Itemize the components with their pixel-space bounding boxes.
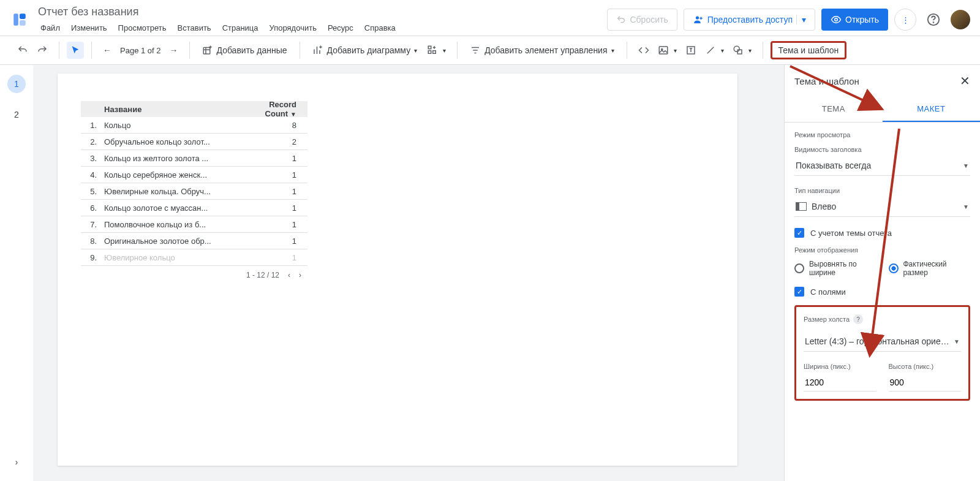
- label-height: Высота (пикс.): [889, 363, 962, 370]
- select-header-visibility[interactable]: Показывать всегда ▼: [794, 157, 970, 176]
- table-header: Название Record Count▼: [81, 101, 307, 117]
- add-data-button[interactable]: Добавить данные: [197, 41, 292, 59]
- label-nav-type: Тип навигации: [794, 187, 970, 194]
- checkbox-margins[interactable]: ✓ С полями: [794, 287, 970, 297]
- grid-plus-icon: [427, 45, 438, 56]
- svg-rect-1: [20, 13, 26, 19]
- table-row[interactable]: 2.Обручальное кольцо золот...2: [81, 134, 307, 150]
- select-tool-button[interactable]: [67, 42, 84, 59]
- reset-button[interactable]: Сбросить: [607, 9, 677, 31]
- page-thumb-2[interactable]: 2: [7, 105, 26, 124]
- table-row[interactable]: 3.Кольцо из желтого золота ...1: [81, 150, 307, 167]
- menu-edit[interactable]: Изменить: [66, 21, 112, 35]
- document-title[interactable]: Отчет без названия: [36, 4, 607, 20]
- chevron-down-icon: ▾: [414, 47, 417, 54]
- add-chart-label: Добавить диаграмму: [327, 45, 411, 55]
- chevron-down-icon: ▼: [954, 338, 960, 345]
- section-view-mode: Режим просмотра: [794, 131, 970, 138]
- add-control-button[interactable]: Добавить элемент управления ▾: [465, 41, 619, 59]
- sort-desc-icon: ▼: [290, 111, 296, 118]
- line-button[interactable]: ▾: [701, 41, 728, 59]
- toolbar: ← Page 1 of 2 → Добавить данные Добавить…: [0, 36, 980, 65]
- table-chart[interactable]: Название Record Count▼ 1.Кольцо82.Обруча…: [81, 101, 307, 279]
- community-viz-button[interactable]: ▾: [423, 41, 450, 59]
- menu-resource[interactable]: Ресурс: [323, 21, 358, 35]
- menu-bar: Файл Изменить Просмотреть Вставить Стран…: [36, 21, 607, 35]
- table-row[interactable]: 9.Ювелирное кольцо1: [81, 249, 307, 266]
- svg-rect-11: [659, 47, 668, 54]
- svg-rect-9: [428, 51, 431, 54]
- table-row[interactable]: 1.Кольцо8: [81, 117, 307, 134]
- more-options-button[interactable]: ⋮: [894, 9, 916, 31]
- tab-theme[interactable]: ТЕМА: [785, 97, 883, 122]
- user-avatar[interactable]: [951, 10, 970, 29]
- text-button[interactable]: [682, 41, 700, 59]
- input-width[interactable]: [804, 374, 876, 392]
- redo-button[interactable]: [33, 41, 51, 59]
- select-nav-type[interactable]: Влево ▼: [794, 198, 970, 217]
- help-button[interactable]: [922, 9, 944, 31]
- workspace: 1 2 › Название Record Count▼ 1.Кольцо82.…: [0, 65, 980, 481]
- page-indicator: Page 1 of 2: [116, 46, 165, 55]
- reset-label: Сбросить: [630, 15, 668, 25]
- menu-arrange[interactable]: Упорядочить: [265, 21, 322, 35]
- chevron-right-icon: →: [170, 45, 178, 55]
- undo-icon: [17, 45, 28, 56]
- next-page-button[interactable]: →: [166, 42, 182, 59]
- shape-button[interactable]: ▾: [729, 41, 755, 59]
- table-row[interactable]: 8.Оригинальное золотое обр...1: [81, 233, 307, 249]
- url-embed-button[interactable]: [635, 41, 653, 59]
- radio-checked-icon: [889, 263, 899, 273]
- checkbox-theme[interactable]: ✓ С учетом темы отчета: [794, 228, 970, 238]
- col-count[interactable]: Record Count▼: [246, 100, 307, 118]
- chevron-down-icon: ▼: [963, 162, 969, 169]
- open-label: Открыть: [845, 15, 879, 25]
- open-button[interactable]: Открыть: [821, 9, 888, 31]
- pager-next-icon[interactable]: ›: [299, 271, 301, 279]
- radio-actual-size[interactable]: Фактический размер: [889, 260, 971, 277]
- table-row[interactable]: 5.Ювелирные кольца. Обруч...1: [81, 183, 307, 200]
- report-canvas[interactable]: Название Record Count▼ 1.Кольцо82.Обруча…: [58, 74, 737, 466]
- chevron-down-icon: ▾: [611, 47, 614, 54]
- share-dropdown-icon[interactable]: ▾: [796, 15, 811, 25]
- table-row[interactable]: 4.Кольцо серебряное женск...1: [81, 167, 307, 183]
- pager-prev-icon[interactable]: ‹: [288, 271, 290, 279]
- page-thumb-1[interactable]: 1: [7, 75, 26, 93]
- menu-insert[interactable]: Вставить: [173, 21, 216, 35]
- app-logo-icon: [10, 10, 29, 29]
- canvas-area[interactable]: Название Record Count▼ 1.Кольцо82.Обруча…: [33, 65, 784, 481]
- undo-button[interactable]: [13, 41, 32, 59]
- label-canvas-size: Размер холста: [804, 316, 850, 323]
- svg-rect-0: [13, 13, 18, 26]
- menu-help[interactable]: Справка: [360, 21, 401, 35]
- theme-layout-label: Тема и шаблон: [778, 45, 839, 55]
- page-nav-expand[interactable]: ›: [7, 453, 26, 471]
- add-chart-button[interactable]: Добавить диаграмму ▾: [307, 41, 423, 59]
- table-row[interactable]: 7.Помолвочное кольцо из б...1: [81, 216, 307, 233]
- share-button[interactable]: Предоставить доступ ▾: [684, 9, 815, 31]
- theme-layout-panel: Тема и шаблон ✕ ТЕМА МАКЕТ Режим просмот…: [784, 65, 980, 481]
- help-icon[interactable]: ?: [853, 314, 863, 324]
- menu-file[interactable]: Файл: [36, 21, 65, 35]
- col-name[interactable]: Название: [104, 105, 246, 114]
- eye-icon: [831, 14, 842, 25]
- nav-left-icon: [796, 202, 807, 211]
- close-icon[interactable]: ✕: [960, 74, 970, 88]
- checkbox-checked-icon: ✓: [794, 228, 804, 238]
- redo-icon: [37, 45, 48, 56]
- chevron-down-icon: ▼: [963, 203, 969, 210]
- select-canvas-preset[interactable]: Letter (4:3) – горизонтальная ориентаци …: [804, 333, 961, 352]
- radio-fit-width[interactable]: Выровнять по ширине: [794, 260, 876, 277]
- canvas-size-section: Размер холста ? Letter (4:3) – горизонта…: [794, 305, 970, 401]
- theme-layout-button[interactable]: Тема и шаблон: [771, 41, 847, 59]
- person-add-icon: [693, 14, 704, 25]
- panel-title: Тема и шаблон: [794, 76, 859, 86]
- tab-layout[interactable]: МАКЕТ: [883, 97, 981, 122]
- line-icon: [705, 45, 716, 56]
- table-row[interactable]: 6.Кольцо золотое с муассан...1: [81, 200, 307, 216]
- menu-view[interactable]: Просмотреть: [113, 21, 172, 35]
- prev-page-button[interactable]: ←: [99, 42, 115, 59]
- input-height[interactable]: [889, 374, 962, 392]
- image-button[interactable]: ▾: [654, 41, 680, 59]
- menu-page[interactable]: Страница: [217, 21, 263, 35]
